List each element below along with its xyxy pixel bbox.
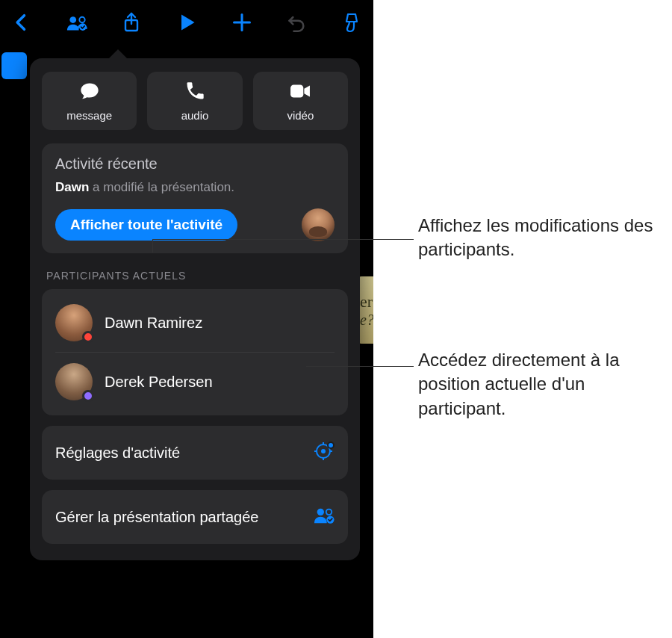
contact-row: message audio vidéo: [42, 72, 348, 130]
phone-icon: [184, 81, 205, 105]
svg-rect-7: [290, 84, 303, 97]
play-button[interactable]: [174, 9, 199, 36]
participants-card: Dawn Ramirez Derek Pedersen: [42, 289, 348, 415]
callout-text: Affichez les modifications des participa…: [418, 214, 657, 262]
recent-activity-card: Activité récente Dawn a modifié la prése…: [42, 143, 348, 253]
document-preview-peek: er e?: [358, 276, 373, 344]
svg-point-15: [317, 509, 324, 515]
audio-button[interactable]: audio: [147, 72, 242, 130]
callout-leader: [306, 366, 414, 367]
doc-peek-line: er: [360, 292, 373, 312]
avatar: [55, 363, 93, 400]
undo-button[interactable]: [284, 9, 310, 36]
gear-activity-icon: [314, 441, 335, 465]
video-button[interactable]: vidéo: [253, 72, 348, 130]
slide-selection-indicator: [1, 52, 27, 79]
manage-shared-icon: [314, 505, 335, 529]
collaborate-button[interactable]: [64, 9, 90, 36]
svg-point-16: [326, 510, 332, 515]
audio-label: audio: [181, 109, 209, 122]
message-label: message: [66, 109, 112, 122]
app-frame: er e? message audio: [0, 0, 373, 638]
svg-marker-4: [181, 15, 195, 31]
participant-row[interactable]: Dawn Ramirez: [42, 294, 348, 352]
manage-shared-label: Gérer la présentation partagée: [55, 508, 258, 527]
avatar: [55, 304, 93, 341]
toolbar: [0, 0, 373, 48]
recent-activity-title: Activité récente: [55, 155, 335, 173]
video-label: vidéo: [287, 109, 314, 122]
participant-name: Dawn Ramirez: [105, 315, 202, 332]
activity-actor: Dawn: [55, 180, 89, 194]
back-button[interactable]: [9, 9, 34, 36]
activity-settings-button[interactable]: Réglages d'activité: [42, 426, 348, 480]
message-icon: [79, 81, 100, 105]
format-brush-button[interactable]: [339, 9, 364, 36]
show-all-activity-button[interactable]: Afficher toute l'activité: [55, 209, 237, 241]
participants-section-label: PARTICIPANTS ACTUELS: [46, 270, 345, 282]
svg-point-2: [79, 23, 87, 31]
collaboration-popover: message audio vidéo Activité récente: [30, 58, 360, 560]
callout-text: Accédez directement à la position actuel…: [418, 348, 657, 421]
presence-dot: [82, 390, 94, 402]
callout-leader: [152, 239, 153, 253]
callout-leader: [152, 239, 414, 240]
participant-row[interactable]: Derek Pedersen: [55, 352, 335, 411]
svg-point-9: [321, 449, 326, 453]
doc-peek-line: e?: [360, 312, 373, 329]
avatar: [302, 208, 335, 241]
message-button[interactable]: message: [42, 72, 137, 130]
video-icon: [290, 81, 311, 105]
svg-point-0: [69, 16, 76, 23]
participant-name: Derek Pedersen: [105, 374, 213, 391]
activity-settings-label: Réglages d'activité: [55, 444, 180, 462]
activity-line: Dawn a modifié la présentation.: [55, 180, 335, 195]
share-button[interactable]: [119, 9, 144, 36]
svg-point-1: [79, 17, 84, 22]
manage-shared-button[interactable]: Gérer la présentation partagée: [42, 490, 348, 544]
presence-dot: [82, 331, 94, 343]
svg-point-14: [328, 442, 334, 448]
add-button[interactable]: [229, 9, 255, 36]
activity-rest: a modifié la présentation.: [89, 180, 234, 194]
